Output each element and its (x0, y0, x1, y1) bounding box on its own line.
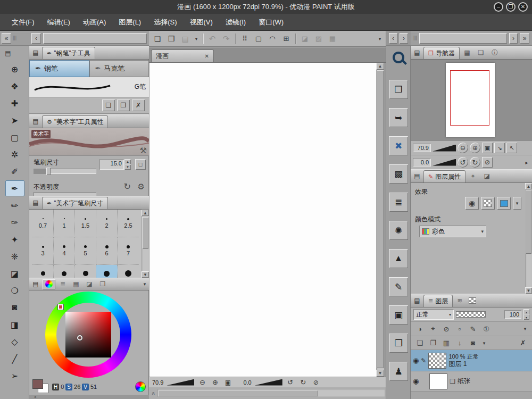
brush-size-up-icon[interactable]: ▴ (124, 159, 131, 164)
qa-export-folder-button[interactable]: ❒ (389, 80, 408, 99)
layer-row-layer1[interactable]: ◉ ✎ 100 % 正常 图层 1 (411, 350, 532, 371)
tool-panel-menu-icon[interactable]: ▤ (5, 50, 11, 56)
qa-figure-button[interactable]: ♟ (389, 362, 408, 381)
nav-zoom-out-icon[interactable]: ⊖ (458, 143, 468, 153)
lp-scroll-thumb[interactable] (526, 190, 531, 254)
subtool-tab-pen[interactable]: ✒ 钢笔 (29, 60, 89, 77)
color-mode-toggle-icon[interactable] (135, 381, 146, 392)
qa-effect-button[interactable]: ✺ (389, 221, 408, 240)
color-mode-dropdown[interactable]: 彩色 ▾ (419, 226, 486, 237)
brush-size-panel-menu-icon[interactable]: ▤ (30, 198, 41, 207)
statusbar-rotate-cw-icon[interactable]: ↻ (298, 378, 308, 386)
fill-tool[interactable]: ◙ (5, 300, 24, 315)
snap-grid-button[interactable]: ⊞ (280, 32, 293, 45)
brush-size-cell[interactable]: 2.5 (118, 210, 139, 237)
color-mix-tab[interactable]: ◪ (84, 279, 95, 289)
right-grip-handle[interactable]: ||| (413, 36, 417, 40)
new-subtool-icon[interactable]: ❐ (117, 99, 130, 111)
airbrush-tool[interactable]: ✦ (5, 231, 24, 247)
navigator-zoom-slider[interactable] (433, 145, 456, 152)
grid-scroll-thumb[interactable] (142, 217, 148, 249)
brush-size-slider[interactable] (34, 169, 96, 174)
new-layer-icon[interactable]: ❏ (414, 337, 426, 349)
save-menu-icon[interactable]: ▾ (193, 32, 200, 45)
menu-edit[interactable]: 编辑(E) (41, 14, 77, 30)
layer-search-tab-icon[interactable]: ≋ (454, 295, 466, 306)
brush-size-cell[interactable] (118, 265, 139, 278)
brush-size-cell[interactable]: 6 (96, 237, 118, 265)
snap-special-button[interactable]: ▢ (252, 32, 265, 45)
mirror-button[interactable]: ◪ (298, 32, 311, 45)
brush-size-cell[interactable] (54, 265, 75, 278)
nav-rotate-cw-icon[interactable]: ↻ (470, 157, 480, 168)
brush-size-panel-tab[interactable]: ✒ "美术字"笔刷尺寸 (42, 197, 108, 209)
hand-tool[interactable]: ❖ (5, 78, 24, 94)
open-file-button[interactable]: ❒ (165, 32, 178, 45)
reference-tab-icon[interactable]: ❏ (475, 47, 487, 58)
lp-scroll-down-icon[interactable]: ▼ (525, 287, 532, 294)
brush-size-down-icon[interactable]: ▾ (124, 164, 131, 170)
zoom-tool[interactable]: ⊕ (5, 61, 24, 77)
hue-ring[interactable] (45, 292, 131, 378)
operation-tool[interactable]: ➤ (5, 112, 24, 128)
qa-draft-button[interactable]: ✎ (389, 277, 408, 296)
auto-select-tool[interactable]: ✲ (5, 146, 24, 162)
layer1-name[interactable]: 图层 1 (448, 360, 478, 369)
menu-filter[interactable]: 滤镜(I) (219, 14, 252, 30)
subtool-panel-tab[interactable]: ✒ "钢笔"子工具 (42, 47, 95, 59)
brush-size-cell[interactable]: 4 (54, 237, 75, 265)
lp-scroll-up-icon[interactable]: ▲ (525, 183, 532, 189)
menu-file[interactable]: 文件(F) (5, 14, 41, 30)
selection-tool[interactable]: ▢ (5, 129, 24, 145)
menu-layer[interactable]: 图层(L) (112, 14, 147, 30)
paper-thumbnail[interactable] (429, 373, 447, 389)
statusbar-fit-icon[interactable]: ▣ (223, 379, 232, 386)
quick-magnifier-button[interactable] (389, 47, 408, 68)
panel-expand-down-icon[interactable]: « (32, 395, 38, 398)
toolbar-more-icon[interactable]: ▾ (376, 32, 384, 45)
brush-size-cell[interactable] (75, 265, 96, 278)
menu-animation[interactable]: 动画(A) (77, 14, 112, 30)
collapse-toolbar-button[interactable]: « (2, 33, 11, 44)
subtool-panel-menu-icon[interactable]: ▤ (30, 48, 41, 57)
pencil-tool[interactable]: ✏ (5, 197, 24, 213)
pointer-tool[interactable]: ➢ (5, 368, 24, 384)
delete-subtool-icon[interactable]: ✗ (132, 99, 145, 111)
new-file-button[interactable]: ❏ (151, 32, 164, 45)
menu-window[interactable]: 窗口(W) (252, 14, 290, 30)
brush-size-cell[interactable]: 2 (96, 210, 118, 237)
save-file-button[interactable]: ▤ (179, 32, 192, 45)
navigator-panel-menu-icon[interactable]: ▤ (412, 48, 422, 57)
qa-layers-button[interactable]: ≣ (389, 193, 408, 212)
layer-opacity-value[interactable]: 100 (504, 310, 521, 319)
layer-property-panel-menu-icon[interactable]: ▤ (412, 171, 422, 181)
subtool-tab-marker[interactable]: ✒ 马克笔 (89, 60, 149, 77)
nav-actual-size-icon[interactable]: ↘ (494, 143, 505, 153)
brush-size-cell[interactable]: 7 (118, 237, 139, 265)
brush-size-cell[interactable] (32, 265, 54, 278)
nav-rotate-ccw-icon[interactable]: ↺ (458, 157, 468, 168)
hue-cursor[interactable] (58, 304, 63, 310)
canvas-vscroll-thumb[interactable] (377, 70, 384, 368)
subview-tab-icon[interactable]: ▦ (461, 47, 473, 58)
maximize-button[interactable]: ❐ (506, 2, 516, 12)
menu-view[interactable]: 视图(V) (184, 14, 219, 30)
brush-size-cell[interactable]: 3 (32, 237, 54, 265)
opacity-slider[interactable] (34, 192, 96, 196)
layer-template-tab-icon[interactable] (467, 295, 478, 306)
tool-property-panel-menu-icon[interactable]: ▤ (30, 117, 41, 126)
menu-select[interactable]: 选择(S) (147, 14, 183, 30)
paper-layer-name[interactable]: 纸张 (458, 377, 470, 386)
layer-row-paper[interactable]: ◉ ❏ 纸张 (411, 371, 532, 392)
effect-more-icon[interactable]: ▾ (513, 197, 521, 210)
right-collapse-icon[interactable]: › (509, 33, 518, 44)
layer-lock-alpha-icon[interactable]: ▫ (454, 323, 466, 335)
brush-tool[interactable]: ✑ (5, 214, 24, 230)
snap-ruler-button[interactable]: ⠿ (238, 32, 251, 45)
main-color-swatch[interactable] (32, 379, 43, 389)
brush-size-cell[interactable]: 1.5 (75, 210, 96, 237)
qa-3d-button[interactable]: ▣ (389, 305, 408, 325)
layer-pin-icon[interactable]: ⌖ (427, 323, 439, 335)
document-tab[interactable]: 漫画 ✕ (151, 49, 214, 62)
navigator-rotation-value[interactable]: 0.0 (413, 158, 431, 167)
